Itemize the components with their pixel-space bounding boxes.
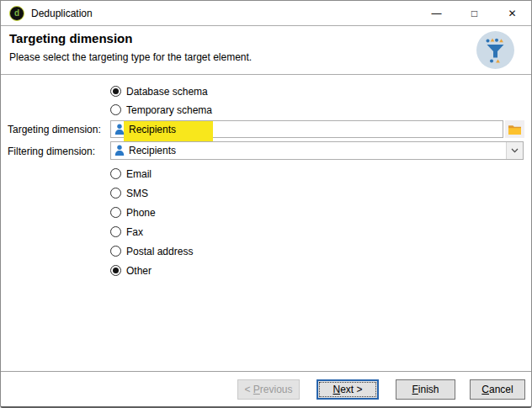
radio-other[interactable]: Other <box>110 264 152 277</box>
page-title: Targeting dimension <box>9 31 132 45</box>
deduplication-dialog: d Deduplication — □ ✕ Targeting dimensio… <box>0 0 532 408</box>
radio-temporary-schema[interactable]: Temporary schema <box>110 103 212 116</box>
radio-icon <box>110 226 121 237</box>
radio-icon <box>110 246 121 257</box>
close-icon: ✕ <box>508 8 516 19</box>
filtering-dimension-value: Recipients <box>129 145 176 156</box>
app-icon-glyph: d <box>14 8 19 18</box>
button-label: inish <box>418 384 439 395</box>
minimize-button[interactable]: — <box>418 1 455 25</box>
chevron-down-icon <box>511 148 519 153</box>
titlebar[interactable]: d Deduplication — □ ✕ <box>1 1 531 26</box>
browse-folder-button[interactable] <box>505 120 524 138</box>
filter-funnel-icon <box>476 31 514 69</box>
close-button[interactable]: ✕ <box>493 1 531 25</box>
radio-database-schema[interactable]: Database schema <box>110 85 208 98</box>
person-icon <box>114 124 125 135</box>
maximize-button[interactable]: □ <box>455 1 493 25</box>
radio-label: SMS <box>126 188 148 199</box>
radio-icon <box>110 104 121 115</box>
button-label: < <box>244 384 253 395</box>
targeting-dimension-label: Targeting dimension: <box>8 124 101 135</box>
radio-label: Fax <box>126 226 143 238</box>
window-title: Deduplication <box>31 8 93 19</box>
person-icon <box>114 145 125 156</box>
radio-icon <box>110 207 121 218</box>
radio-email[interactable]: Email <box>110 167 152 180</box>
dropdown-button[interactable] <box>506 142 523 159</box>
folder-icon <box>508 125 521 135</box>
radio-fax[interactable]: Fax <box>110 225 143 238</box>
window-controls: — □ ✕ <box>418 1 531 25</box>
wizard-header: Targeting dimension Please select the ta… <box>1 27 531 75</box>
cancel-button[interactable]: Cancel <box>470 379 525 400</box>
button-label: ext > <box>340 384 362 395</box>
button-label: N <box>332 384 340 395</box>
maximize-icon: □ <box>471 8 477 19</box>
filtering-dimension-dropdown[interactable]: Recipients <box>110 141 524 160</box>
radio-icon <box>110 265 121 276</box>
button-label: F <box>412 384 418 395</box>
radio-label: Temporary schema <box>126 104 212 116</box>
radio-icon <box>110 188 121 199</box>
radio-label: Email <box>126 168 152 180</box>
radio-icon <box>110 86 121 97</box>
radio-icon <box>110 168 121 179</box>
filtering-dimension-label: Filtering dimension: <box>8 146 95 157</box>
radio-postal-address[interactable]: Postal address <box>110 245 193 257</box>
radio-phone[interactable]: Phone <box>110 206 156 219</box>
radio-label: Database schema <box>126 86 208 98</box>
targeting-dimension-value: Recipients <box>129 124 176 135</box>
footer-separator <box>1 371 531 372</box>
radio-sms[interactable]: SMS <box>110 187 148 199</box>
radio-label: Postal address <box>126 246 193 257</box>
radio-label: Other <box>126 265 152 277</box>
previous-button[interactable]: < Previous <box>237 379 300 400</box>
button-label: revious <box>260 384 293 395</box>
button-label: P <box>253 384 260 395</box>
radio-label: Phone <box>126 207 156 219</box>
app-icon: d <box>9 6 24 21</box>
finish-button[interactable]: Finish <box>396 379 455 400</box>
minimize-icon: — <box>432 8 442 19</box>
page-subtitle: Please select the targeting type for the… <box>9 51 252 63</box>
button-label: C <box>481 384 489 395</box>
button-label: ancel <box>489 384 513 395</box>
next-button[interactable]: Next > <box>317 379 379 400</box>
